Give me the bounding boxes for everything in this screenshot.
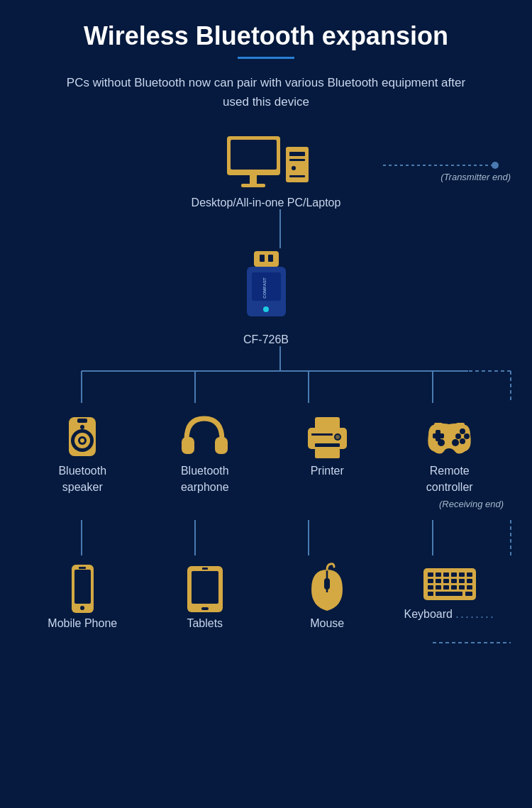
svg-rect-85 [451,585,457,590]
svg-rect-34 [182,437,194,454]
svg-rect-66 [202,568,208,570]
svg-rect-79 [451,579,457,583]
svg-rect-81 [467,579,472,583]
device-bluetooth-speaker: Bluetoothspeaker [33,410,132,495]
svg-rect-38 [315,443,340,447]
usb-label: CF-726B [243,333,289,346]
svg-point-51 [438,439,445,446]
svg-rect-39 [315,448,340,458]
pc-icon [216,133,316,197]
svg-rect-74 [459,572,465,577]
svg-rect-75 [467,572,472,577]
svg-rect-3 [241,184,265,187]
phone-label: Mobile Phone [48,616,117,631]
svg-rect-88 [428,592,433,596]
pc-section: Desktop/All-in-one PC/Laptop [192,133,341,209]
mouse-label: Mouse [310,616,344,631]
svg-rect-5 [289,152,305,156]
remote-controller-label: Remotecontroller [426,463,473,495]
pc-label: Desktop/All-in-one PC/Laptop [192,197,341,209]
tablet-icon [180,563,230,616]
subtitle: PCs without Bluetooth now can pair with … [53,73,479,111]
usb-icon: COMFAST [236,251,297,329]
svg-rect-49 [434,423,443,426]
svg-point-18 [263,306,269,312]
svg-rect-72 [443,572,449,577]
svg-rect-32 [77,419,87,423]
device-mouse: Mouse [277,563,377,631]
svg-rect-86 [459,585,465,590]
title-underline [238,57,294,59]
devices-row-2: Mobile Phone Tablets [14,563,518,631]
device-remote-controller: Remotecontroller [400,410,499,495]
printer-label: Printer [311,463,344,479]
usb-section: COMFAST CF-726B [14,251,518,346]
earphone-icon [178,410,231,463]
device-bluetooth-earphone: Bluetoothearphone [155,410,255,495]
device-printer: Printer [277,410,377,479]
earphone-label: Bluetoothearphone [181,463,229,495]
branch-lines-row1 [14,346,532,403]
svg-point-41 [336,435,340,439]
svg-text:COMFAST: COMFAST [262,277,267,299]
branch-lines-row2 [14,520,532,555]
svg-rect-90 [465,592,472,596]
svg-rect-63 [192,571,218,604]
svg-rect-65 [201,607,209,610]
svg-rect-35 [215,437,228,454]
svg-rect-42 [311,433,333,436]
svg-rect-78 [443,579,449,583]
svg-point-46 [464,433,470,439]
svg-rect-37 [315,417,340,430]
bottom-dotted-line [14,636,532,650]
svg-point-31 [80,438,84,443]
svg-rect-76 [428,579,433,583]
keyboard-label: Keyboard ........ [404,605,495,623]
svg-rect-80 [459,579,465,583]
svg-rect-8 [289,175,305,177]
svg-point-48 [455,433,461,439]
svg-rect-13 [260,255,265,262]
transmitter-label: (Transmitter end) [440,172,511,182]
svg-rect-89 [436,592,462,596]
device-keyboard: Keyboard ........ [400,563,499,623]
svg-point-7 [292,166,296,170]
svg-rect-14 [268,255,273,262]
svg-point-33 [80,425,84,429]
svg-rect-12 [254,251,279,267]
keyboard-icon [421,563,478,605]
gamepad-icon [423,410,476,463]
pc-to-usb-line [14,209,532,248]
svg-point-52 [452,439,459,446]
svg-rect-1 [231,140,277,170]
svg-rect-71 [436,572,441,577]
svg-point-60 [80,606,84,610]
svg-point-10 [492,162,499,169]
device-tablet: Tablets [155,563,255,631]
svg-rect-84 [443,585,449,590]
svg-rect-87 [467,585,472,590]
svg-rect-61 [79,567,86,569]
page-title: Wireless Bluetooth expansion [14,21,518,51]
svg-point-45 [460,428,465,434]
phone-icon [60,563,106,616]
svg-rect-6 [289,159,305,161]
svg-rect-59 [74,570,91,604]
svg-rect-50 [456,423,465,426]
device-mobile-phone: Mobile Phone [33,563,132,631]
svg-rect-82 [428,585,433,590]
main-container: Wireless Bluetooth expansion PCs without… [0,0,532,678]
svg-rect-83 [436,585,441,590]
speaker-icon [56,410,109,463]
svg-point-47 [460,438,465,444]
devices-row-1: Bluetoothspeaker Bluetoothearphone [14,410,518,495]
mouse-icon [304,563,350,616]
speaker-label: Bluetoothspeaker [58,463,106,495]
svg-rect-68 [324,578,330,590]
receiving-label: (Receiving end) [439,499,504,509]
printer-icon [301,410,354,463]
tablet-label: Tablets [187,616,223,631]
svg-rect-73 [451,572,457,577]
svg-rect-77 [436,579,441,583]
transmitter-dotted-line [383,160,504,171]
